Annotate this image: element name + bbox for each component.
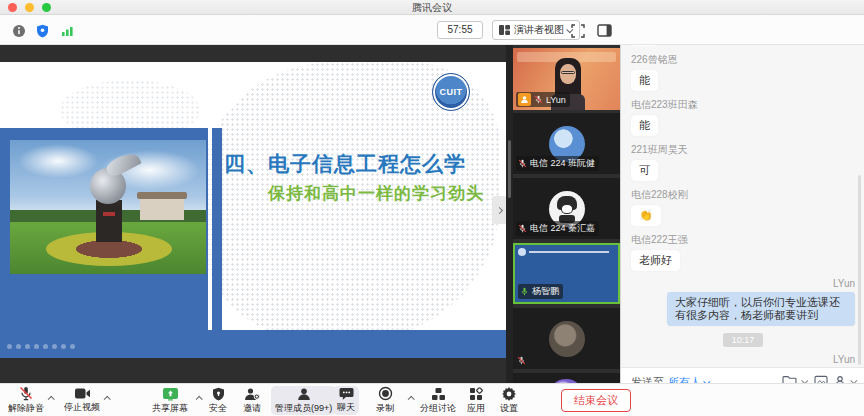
participant-tile-partial-2[interactable] [513, 373, 620, 383]
participants-scroll-thumb[interactable] [508, 140, 511, 198]
share-screen-icon [162, 387, 179, 401]
gear-icon [502, 387, 516, 401]
slide-vertical-stripe [212, 128, 222, 358]
slide-bottom-band [0, 330, 506, 358]
presentation-stage: 四、电子信息工程怎么学 保持和高中一样的学习劲头 CUIT LYun [0, 45, 620, 383]
stop-video-label: 停止视频 [64, 401, 100, 414]
chat-bubble-sent: 大家仔细听，以后你们专业选课还有很多内容，杨老师都要讲到 [667, 292, 855, 326]
chat-label: 聊天 [337, 401, 355, 414]
invite-person-icon [244, 387, 260, 401]
close-window-button[interactable] [8, 3, 17, 12]
participant-name: LYun [546, 95, 566, 105]
settings-button[interactable]: 设置 [496, 386, 522, 415]
unmute-label: 解除静音 [8, 402, 44, 415]
end-meeting-button[interactable]: 结束会议 [561, 389, 631, 412]
breakout-rooms-label: 分组讨论 [420, 402, 456, 415]
fullscreen-button[interactable] [571, 23, 585, 38]
participant-name: 电信 224 班阮健 [530, 157, 595, 170]
mic-muted-icon [518, 224, 527, 233]
chat-bubble-icon [339, 387, 354, 400]
share-screen-button[interactable]: 共享屏幕 [148, 386, 192, 415]
presenter-toolbar-icons[interactable] [7, 344, 75, 349]
chat-bubble: 老师好 [631, 250, 680, 271]
breakout-rooms-icon [431, 387, 446, 401]
layout-grid-icon [499, 25, 510, 35]
network-signal-icon[interactable] [61, 23, 74, 38]
participant-label: 杨智鹏 [518, 284, 563, 299]
mic-options-chevron[interactable] [48, 396, 55, 403]
chat-bubble: 可 [631, 160, 658, 181]
view-mode-button[interactable]: 演讲者视图 [492, 20, 580, 40]
security-label: 安全 [209, 402, 227, 415]
manage-members-label: 管理成员(99+) [275, 402, 332, 415]
slide-subtitle: 保持和高中一样的学习劲头 [268, 182, 484, 205]
record-options-chevron[interactable] [408, 396, 415, 403]
chat-scrollbar[interactable] [858, 175, 861, 365]
meeting-top-toolbar: 57:55 演讲者视图 [0, 15, 864, 45]
meeting-info-icon[interactable] [12, 23, 26, 38]
side-panel: 聊天 ··· × 管理成员 (263) ≡ 226曾铭恩 能 电信223班田森 … [620, 15, 864, 416]
chat-sender-name: 221班周昊天 [631, 143, 855, 157]
cuit-logo: CUIT [432, 73, 470, 111]
security-shield-icon[interactable] [36, 23, 49, 38]
mic-active-icon [520, 287, 529, 296]
record-button[interactable]: 录制 [372, 386, 398, 415]
participant-avatar [549, 321, 585, 357]
photo-roof [137, 192, 187, 199]
video-options-chevron[interactable] [104, 396, 111, 403]
chat-sender-name: 电信223班田森 [631, 98, 855, 112]
zoom-window-button[interactable] [42, 3, 51, 12]
breakout-rooms-button[interactable]: 分组讨论 [416, 386, 460, 415]
photo-pedestal [96, 200, 122, 242]
participant-tile-partial-1[interactable] [513, 308, 620, 369]
mic-muted-icon [517, 356, 526, 365]
security-button[interactable]: 安全 [205, 386, 231, 415]
participants-scroll-track[interactable] [506, 45, 513, 383]
chat-bubble: 能 [631, 70, 658, 91]
chat-sender-name: 电信222王强 [631, 233, 855, 247]
shared-slide: 四、电子信息工程怎么学 保持和高中一样的学习劲头 CUIT [0, 62, 506, 358]
meeting-timer: 57:55 [437, 21, 483, 39]
photo-cloud [18, 144, 98, 178]
person-face [560, 64, 576, 84]
share-options-chevron[interactable] [196, 396, 203, 403]
unmute-button[interactable]: 解除静音 [4, 386, 48, 415]
invite-button[interactable]: 邀请 [239, 386, 265, 415]
chat-message-list[interactable]: 226曾铭恩 能 电信223班田森 能 221班周昊天 可 电信228校刚 👏 … [621, 40, 864, 367]
mic-muted-icon [518, 159, 527, 168]
window-title: 腾讯会议 [0, 0, 864, 15]
mic-muted-icon [534, 95, 543, 104]
window-controls [8, 3, 51, 12]
sidebar-toggle-button[interactable] [597, 23, 612, 38]
chat-timestamp: 10:17 [723, 333, 763, 347]
participant-tile-ruanjian[interactable]: 电信 224 班阮健 [513, 113, 620, 174]
participant-label: 电信 224 班阮健 [516, 156, 599, 171]
members-person-icon [297, 387, 311, 401]
participant-tile-lyun[interactable]: LYun [513, 48, 620, 110]
avatar-cartoon-face [561, 204, 573, 214]
participant-tile-yangzhipeng-speaking[interactable]: 杨智鹏 [513, 243, 620, 304]
chat-button[interactable]: 聊天 [333, 386, 359, 415]
manage-members-button[interactable]: 管理成员(99+) [271, 386, 336, 415]
apps-button[interactable]: 应用 [463, 386, 489, 415]
shield-lock-icon [212, 387, 225, 401]
campus-photo [10, 140, 206, 274]
minimize-window-button[interactable] [25, 3, 34, 12]
participant-tile-qinhuijia[interactable]: 电信 224 秦汇嘉 [513, 178, 620, 239]
participant-name: 电信 224 秦汇嘉 [530, 222, 595, 235]
share-screen-label: 共享屏幕 [152, 402, 188, 415]
chat-sender-name-self: LYun [631, 354, 855, 365]
photo-building [140, 198, 184, 220]
stop-video-button[interactable]: 停止视频 [60, 386, 104, 415]
apps-label: 应用 [467, 402, 485, 415]
camera-icon [74, 387, 91, 400]
next-slide-chevron-icon [495, 206, 502, 213]
chat-sender-name-self: LYun [631, 278, 855, 289]
shared-screen-logo-dot [518, 248, 526, 256]
slide-title: 四、电子信息工程怎么学 [224, 150, 466, 178]
host-badge-icon [518, 93, 531, 106]
meeting-controls-bar: 解除静音 停止视频 共享屏幕 安全 邀请 管理成员(99+) 聊天 录制 分组讨… [0, 383, 864, 416]
invite-label: 邀请 [243, 402, 261, 415]
person-glasses [561, 71, 575, 74]
apps-grid-icon [469, 387, 483, 401]
